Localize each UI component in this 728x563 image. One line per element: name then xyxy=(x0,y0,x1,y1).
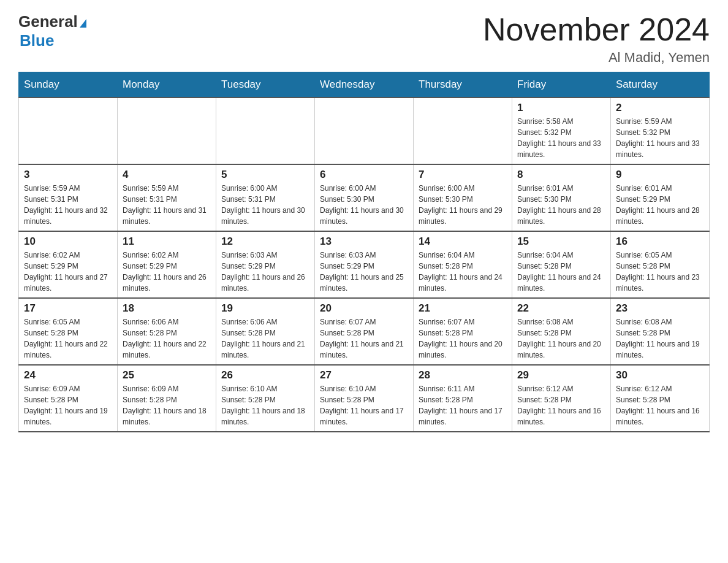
calendar-cell: 14Sunrise: 6:04 AM Sunset: 5:28 PM Dayli… xyxy=(414,231,512,298)
day-sun-info: Sunrise: 6:02 AM Sunset: 5:29 PM Dayligh… xyxy=(123,250,211,294)
day-sun-info: Sunrise: 6:08 AM Sunset: 5:28 PM Dayligh… xyxy=(616,316,704,361)
calendar-cell xyxy=(315,98,414,164)
calendar-cell: 28Sunrise: 6:11 AM Sunset: 5:28 PM Dayli… xyxy=(414,365,512,432)
day-sun-info: Sunrise: 6:09 AM Sunset: 5:28 PM Dayligh… xyxy=(24,383,112,427)
calendar-cell: 27Sunrise: 6:10 AM Sunset: 5:28 PM Dayli… xyxy=(315,365,414,432)
day-sun-info: Sunrise: 6:00 AM Sunset: 5:30 PM Dayligh… xyxy=(419,183,507,227)
calendar-week-row: 1Sunrise: 5:58 AM Sunset: 5:32 PM Daylig… xyxy=(19,98,710,164)
logo: General Blue xyxy=(18,12,86,50)
day-number: 17 xyxy=(24,302,112,315)
day-number: 11 xyxy=(123,236,211,248)
calendar-cell: 10Sunrise: 6:02 AM Sunset: 5:29 PM Dayli… xyxy=(19,231,118,298)
logo-blue: Blue xyxy=(20,31,54,50)
day-sun-info: Sunrise: 6:00 AM Sunset: 5:30 PM Dayligh… xyxy=(320,183,408,227)
calendar-cell: 26Sunrise: 6:10 AM Sunset: 5:28 PM Dayli… xyxy=(216,365,315,432)
calendar-cell xyxy=(118,98,216,164)
calendar-cell: 17Sunrise: 6:05 AM Sunset: 5:28 PM Dayli… xyxy=(19,298,118,365)
calendar-cell: 22Sunrise: 6:08 AM Sunset: 5:28 PM Dayli… xyxy=(512,298,611,365)
day-number: 10 xyxy=(24,236,112,248)
column-header-tuesday: Tuesday xyxy=(216,72,315,98)
day-number: 3 xyxy=(24,169,112,181)
day-number: 12 xyxy=(221,236,309,248)
calendar-cell: 9Sunrise: 6:01 AM Sunset: 5:29 PM Daylig… xyxy=(611,164,710,231)
day-number: 25 xyxy=(123,369,211,381)
day-number: 1 xyxy=(517,102,605,114)
calendar-cell: 8Sunrise: 6:01 AM Sunset: 5:30 PM Daylig… xyxy=(512,164,611,231)
day-sun-info: Sunrise: 6:03 AM Sunset: 5:29 PM Dayligh… xyxy=(221,250,309,294)
calendar-week-row: 24Sunrise: 6:09 AM Sunset: 5:28 PM Dayli… xyxy=(19,365,710,432)
day-number: 19 xyxy=(221,302,309,315)
calendar-cell: 18Sunrise: 6:06 AM Sunset: 5:28 PM Dayli… xyxy=(118,298,216,365)
day-sun-info: Sunrise: 6:04 AM Sunset: 5:28 PM Dayligh… xyxy=(419,250,507,294)
logo-general: General xyxy=(18,12,78,31)
calendar-week-row: 3Sunrise: 5:59 AM Sunset: 5:31 PM Daylig… xyxy=(19,164,710,231)
calendar-cell: 1Sunrise: 5:58 AM Sunset: 5:32 PM Daylig… xyxy=(512,98,611,164)
calendar-cell: 20Sunrise: 6:07 AM Sunset: 5:28 PM Dayli… xyxy=(315,298,414,365)
column-header-sunday: Sunday xyxy=(19,72,118,98)
day-sun-info: Sunrise: 6:06 AM Sunset: 5:28 PM Dayligh… xyxy=(221,316,309,361)
day-number: 9 xyxy=(616,169,704,181)
calendar-week-row: 10Sunrise: 6:02 AM Sunset: 5:29 PM Dayli… xyxy=(19,231,710,298)
column-header-monday: Monday xyxy=(118,72,216,98)
day-number: 13 xyxy=(320,236,408,248)
day-number: 2 xyxy=(616,102,704,114)
calendar-cell: 6Sunrise: 6:00 AM Sunset: 5:30 PM Daylig… xyxy=(315,164,414,231)
calendar-location: Al Madid, Yemen xyxy=(483,50,710,66)
calendar-cell: 5Sunrise: 6:00 AM Sunset: 5:31 PM Daylig… xyxy=(216,164,315,231)
page-header: General Blue November 2024 Al Madid, Yem… xyxy=(18,12,710,66)
calendar-month-year: November 2024 xyxy=(483,12,710,47)
day-number: 7 xyxy=(419,169,507,181)
day-number: 23 xyxy=(616,302,704,315)
calendar-cell xyxy=(414,98,512,164)
day-number: 18 xyxy=(123,302,211,315)
calendar-cell: 24Sunrise: 6:09 AM Sunset: 5:28 PM Dayli… xyxy=(19,365,118,432)
day-sun-info: Sunrise: 6:03 AM Sunset: 5:29 PM Dayligh… xyxy=(320,250,408,294)
day-sun-info: Sunrise: 6:07 AM Sunset: 5:28 PM Dayligh… xyxy=(320,316,408,361)
day-number: 8 xyxy=(517,169,605,181)
calendar-cell: 16Sunrise: 6:05 AM Sunset: 5:28 PM Dayli… xyxy=(611,231,710,298)
calendar-cell: 13Sunrise: 6:03 AM Sunset: 5:29 PM Dayli… xyxy=(315,231,414,298)
day-sun-info: Sunrise: 5:59 AM Sunset: 5:31 PM Dayligh… xyxy=(24,183,112,227)
column-header-friday: Friday xyxy=(512,72,611,98)
day-sun-info: Sunrise: 6:07 AM Sunset: 5:28 PM Dayligh… xyxy=(419,316,507,361)
day-sun-info: Sunrise: 6:12 AM Sunset: 5:28 PM Dayligh… xyxy=(616,383,704,427)
day-number: 26 xyxy=(221,369,309,381)
calendar-week-row: 17Sunrise: 6:05 AM Sunset: 5:28 PM Dayli… xyxy=(19,298,710,365)
calendar-cell xyxy=(19,98,118,164)
day-sun-info: Sunrise: 6:10 AM Sunset: 5:28 PM Dayligh… xyxy=(221,383,309,427)
day-number: 4 xyxy=(123,169,211,181)
day-sun-info: Sunrise: 6:01 AM Sunset: 5:29 PM Dayligh… xyxy=(616,183,704,227)
day-sun-info: Sunrise: 6:12 AM Sunset: 5:28 PM Dayligh… xyxy=(517,383,605,427)
day-sun-info: Sunrise: 6:08 AM Sunset: 5:28 PM Dayligh… xyxy=(517,316,605,361)
day-number: 27 xyxy=(320,369,408,381)
day-sun-info: Sunrise: 6:00 AM Sunset: 5:31 PM Dayligh… xyxy=(221,183,309,227)
day-sun-info: Sunrise: 6:09 AM Sunset: 5:28 PM Dayligh… xyxy=(123,383,211,427)
day-sun-info: Sunrise: 6:11 AM Sunset: 5:28 PM Dayligh… xyxy=(419,383,507,427)
day-number: 29 xyxy=(517,369,605,381)
day-number: 20 xyxy=(320,302,408,315)
day-number: 14 xyxy=(419,236,507,248)
day-number: 22 xyxy=(517,302,605,315)
day-number: 16 xyxy=(616,236,704,248)
day-sun-info: Sunrise: 5:59 AM Sunset: 5:32 PM Dayligh… xyxy=(616,116,704,160)
day-number: 28 xyxy=(419,369,507,381)
day-sun-info: Sunrise: 6:05 AM Sunset: 5:28 PM Dayligh… xyxy=(24,316,112,361)
calendar-cell: 29Sunrise: 6:12 AM Sunset: 5:28 PM Dayli… xyxy=(512,365,611,432)
column-header-wednesday: Wednesday xyxy=(315,72,414,98)
calendar-header-row: SundayMondayTuesdayWednesdayThursdayFrid… xyxy=(19,72,710,98)
calendar-cell: 11Sunrise: 6:02 AM Sunset: 5:29 PM Dayli… xyxy=(118,231,216,298)
day-sun-info: Sunrise: 6:04 AM Sunset: 5:28 PM Dayligh… xyxy=(517,250,605,294)
calendar-cell xyxy=(216,98,315,164)
day-number: 21 xyxy=(419,302,507,315)
calendar-cell: 2Sunrise: 5:59 AM Sunset: 5:32 PM Daylig… xyxy=(611,98,710,164)
calendar-cell: 23Sunrise: 6:08 AM Sunset: 5:28 PM Dayli… xyxy=(611,298,710,365)
day-sun-info: Sunrise: 6:01 AM Sunset: 5:30 PM Dayligh… xyxy=(517,183,605,227)
day-sun-info: Sunrise: 6:10 AM Sunset: 5:28 PM Dayligh… xyxy=(320,383,408,427)
calendar-cell: 12Sunrise: 6:03 AM Sunset: 5:29 PM Dayli… xyxy=(216,231,315,298)
calendar-header-title: November 2024 Al Madid, Yemen xyxy=(483,12,710,66)
day-sun-info: Sunrise: 6:02 AM Sunset: 5:29 PM Dayligh… xyxy=(24,250,112,294)
column-header-thursday: Thursday xyxy=(414,72,512,98)
day-number: 5 xyxy=(221,169,309,181)
calendar-cell: 4Sunrise: 5:59 AM Sunset: 5:31 PM Daylig… xyxy=(118,164,216,231)
calendar-cell: 7Sunrise: 6:00 AM Sunset: 5:30 PM Daylig… xyxy=(414,164,512,231)
